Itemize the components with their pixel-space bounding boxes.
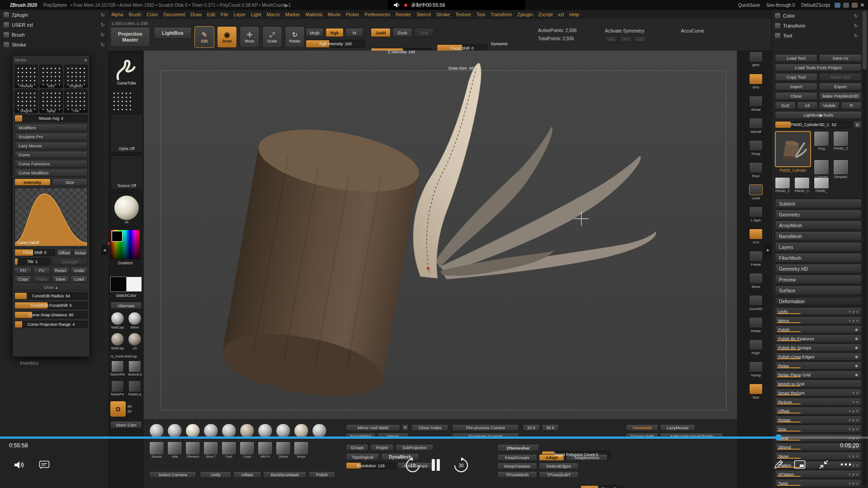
- window-icon-3[interactable]: [852, 3, 858, 8]
- palette-reload-icon[interactable]: ↻: [854, 23, 858, 29]
- menu-item[interactable]: Light: [248, 10, 264, 19]
- select-camera-button[interactable]: Select Camera: [149, 471, 196, 478]
- flip-button[interactable]: FH: [14, 267, 32, 274]
- tool-button[interactable]: Make PolyMesh3D: [819, 92, 862, 100]
- file-button[interactable]: Copy: [14, 276, 32, 282]
- file-button[interactable]: Load: [71, 276, 88, 282]
- tool-button[interactable]: Lightbox▶Tools: [775, 111, 862, 119]
- tool-button[interactable]: Import: [775, 83, 817, 90]
- player-subtitles-icon[interactable]: [39, 460, 50, 469]
- tool-restore-button[interactable]: R: [854, 121, 862, 128]
- tile-slider[interactable]: Tile 1: [14, 258, 51, 265]
- tool-thumbnail[interactable]: Cylinder: [814, 160, 829, 179]
- deformation-axes[interactable]: x y z: [849, 481, 859, 485]
- curve-edit-slider[interactable]: Curve Projection Range 4: [14, 321, 88, 328]
- groups-button[interactable]: Groups: [346, 444, 368, 451]
- deformation-axes[interactable]: ◉: [855, 355, 859, 359]
- menu-item[interactable]: Brush: [126, 10, 144, 19]
- stroke-type-thumbnail[interactable]: Dots: [39, 65, 63, 88]
- points-20k-button[interactable]: 20 k: [523, 424, 540, 431]
- deformation-axes[interactable]: x y z: [849, 427, 859, 431]
- shelf-toggle[interactable]: Move: [746, 273, 766, 295]
- menu-item[interactable]: Help: [566, 10, 582, 19]
- menu-item[interactable]: Picker: [343, 10, 362, 19]
- deformation-section-header[interactable]: Deformation: [775, 297, 862, 305]
- tool-thumbnail[interactable]: PM3D_Z: [833, 131, 849, 150]
- palette-reload-icon[interactable]: ↻: [101, 42, 105, 48]
- tool-button[interactable]: GoZ: [775, 102, 796, 109]
- backtrack-icon[interactable]: Ω: [110, 401, 126, 417]
- brush-thumbnail[interactable]: Paint: [222, 441, 236, 458]
- tool-button[interactable]: Load Tools From Project: [775, 64, 862, 71]
- deformation-slider[interactable]: Relax ◉: [775, 361, 862, 370]
- flip-button[interactable]: Undo: [71, 267, 88, 274]
- palette-reload-icon[interactable]: ↻: [101, 22, 105, 28]
- menu-item[interactable]: Tool: [474, 10, 488, 19]
- palette-header[interactable]: Stroke ↻: [0, 40, 108, 50]
- menu-item[interactable]: Layer: [231, 10, 248, 19]
- symmetry-axis-button[interactable]: >X<: [605, 36, 618, 42]
- noise-button[interactable]: Noise: [73, 249, 88, 256]
- lazymouse-button[interactable]: LazyMouse: [660, 424, 695, 431]
- strength-button[interactable]: Strength: [52, 258, 88, 265]
- rgb-intensity-slider[interactable]: Rgb Intensity 100: [306, 40, 365, 48]
- deformation-slider[interactable]: Rotate x y z: [775, 416, 862, 424]
- tool-section-header[interactable]: Geometry: [775, 210, 862, 219]
- menu-item[interactable]: Alpha: [108, 10, 126, 19]
- menu-item[interactable]: Transform: [488, 10, 514, 19]
- tool-button[interactable]: Copy Tool: [775, 73, 817, 81]
- tool-thumbnail[interactable]: Dog: [814, 131, 829, 150]
- tool-thumbnail[interactable]: SimpleE: [833, 160, 849, 179]
- color-picker[interactable]: Gradient: [110, 230, 140, 271]
- mask-brush-thumbnail[interactable]: MaskLa: [127, 380, 142, 396]
- resolution-slider[interactable]: Resolution 128: [346, 462, 396, 469]
- close-window-icon[interactable]: ✕: [860, 2, 864, 8]
- deformation-slider[interactable]: Morph to Grid: [775, 380, 862, 388]
- alternate-button[interactable]: Alternate: [110, 302, 142, 309]
- menu-item[interactable]: Edit: [204, 10, 218, 19]
- palette-header[interactable]: Color ↻: [773, 11, 860, 21]
- menu-item[interactable]: Preferences: [362, 10, 393, 19]
- points-35k-button[interactable]: 35 k: [542, 424, 559, 431]
- scrollbar-thumb[interactable]: [863, 11, 867, 70]
- stroke-focal-shift-slider[interactable]: Focal Shift 0: [14, 249, 55, 256]
- shelf-toggle[interactable]: XYZ: [746, 229, 766, 251]
- deformation-axes[interactable]: ◉: [855, 346, 859, 350]
- deformation-axes[interactable]: x y z: [849, 409, 859, 413]
- quicksave-button[interactable]: QuickSave: [738, 3, 760, 8]
- palette-header[interactable]: Zplugin ↻: [0, 10, 108, 20]
- symmetry-axis-button[interactable]: >Z<: [634, 36, 646, 42]
- mode-button[interactable]: ◉ Draw: [217, 26, 237, 48]
- file-button[interactable]: Save: [52, 276, 69, 282]
- menu-item[interactable]: Marker: [283, 10, 303, 19]
- left-tray-collapse-arrow[interactable]: ◀: [101, 245, 108, 255]
- tpose-subt-button[interactable]: TPose|SubT: [539, 471, 579, 478]
- current-brush-thumbnail[interactable]: CurveTube: [110, 52, 143, 87]
- shelf-toggle[interactable]: Frame: [746, 251, 766, 273]
- deformation-axes[interactable]: ◉: [855, 328, 859, 332]
- tool-section-header[interactable]: Preview: [775, 275, 862, 284]
- material-selector[interactable]: z8: [110, 192, 143, 227]
- deformation-slider[interactable]: Relax Plane Grid ◉: [775, 371, 862, 379]
- shelf-toggle[interactable]: Zoom3D: [746, 295, 766, 317]
- menu-item[interactable]: Material: [303, 10, 325, 19]
- tool-button[interactable]: All: [797, 102, 818, 109]
- stroke-subsection-header[interactable]: Modifiers: [14, 124, 88, 131]
- tool-button[interactable]: Clone: [775, 92, 817, 100]
- player-collapse-icon[interactable]: [818, 459, 829, 470]
- menu-item[interactable]: Stroke: [434, 10, 453, 19]
- deformation-axes[interactable]: x y z: [849, 319, 859, 323]
- tool-section-header[interactable]: Geometry HD: [775, 264, 862, 273]
- palette-header[interactable]: USER xzl ↻: [0, 20, 108, 30]
- backtrack-widget[interactable]: Ω B550: [110, 401, 132, 417]
- zremesher-button[interactable]: ZRemesher: [497, 444, 539, 451]
- activate-symmetry-label[interactable]: Activate Symmetry: [605, 28, 645, 33]
- right-tray-collapse-arrow[interactable]: ▶: [765, 245, 771, 255]
- falloff-tab[interactable]: Size: [52, 178, 88, 186]
- brush-thumbnail[interactable]: Inflat: [167, 441, 182, 458]
- shelf-toggle[interactable]: Rotate: [746, 317, 766, 339]
- tool-section-header[interactable]: Layers: [775, 242, 862, 252]
- deformation-slider[interactable]: Unify x y z: [775, 307, 862, 315]
- palette-header[interactable]: Brush ↻: [0, 30, 108, 40]
- palette-reload-icon[interactable]: ↻: [101, 12, 105, 18]
